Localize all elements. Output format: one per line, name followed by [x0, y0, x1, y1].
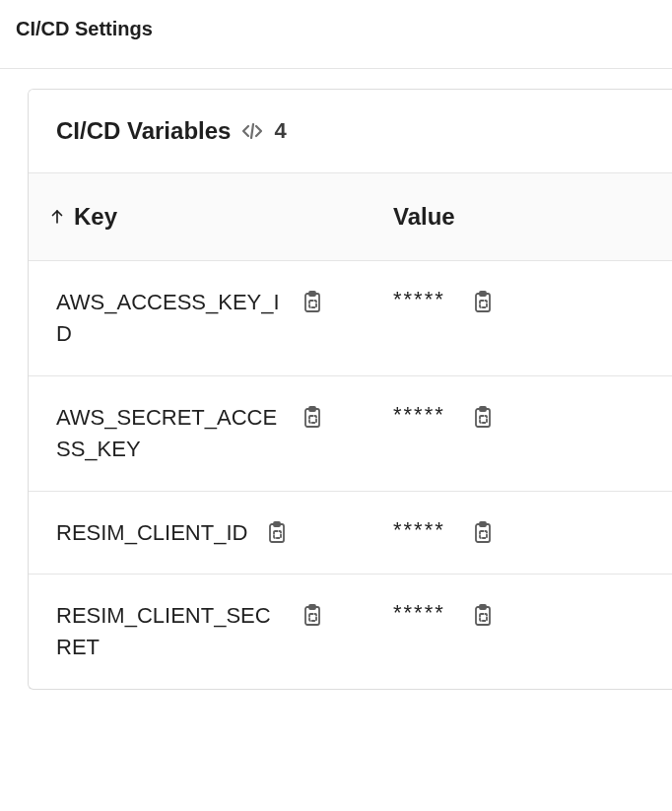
- value-column-header[interactable]: Value: [393, 203, 652, 231]
- key-text: RESIM_CLIENT_SECRET: [56, 600, 283, 663]
- key-cell: RESIM_CLIENT_ID: [56, 517, 393, 549]
- value-text: *****: [393, 600, 445, 626]
- clipboard-icon: [471, 289, 495, 314]
- copy-key-button[interactable]: [263, 517, 291, 547]
- copy-value-button[interactable]: [469, 600, 497, 630]
- value-cell: *****: [393, 600, 652, 663]
- clipboard-icon: [471, 519, 495, 545]
- value-header-label: Value: [393, 203, 455, 230]
- table-row: AWS_SECRET_ACCESS_KEY*****: [29, 376, 672, 492]
- value-cell: *****: [393, 402, 652, 465]
- value-text: *****: [393, 287, 445, 312]
- clipboard-icon: [301, 602, 324, 628]
- sort-ascending-icon: [48, 208, 66, 226]
- key-text: RESIM_CLIENT_ID: [56, 517, 247, 549]
- page-title: CI/CD Settings: [0, 0, 672, 68]
- panel-header: CI/CD Variables 4: [29, 90, 672, 173]
- key-cell: RESIM_CLIENT_SECRET: [56, 600, 393, 663]
- value-cell: *****: [393, 287, 652, 350]
- key-cell: AWS_ACCESS_KEY_ID: [56, 287, 393, 350]
- copy-value-button[interactable]: [469, 287, 497, 316]
- copy-value-button[interactable]: [469, 517, 497, 547]
- key-column-header[interactable]: Key: [48, 203, 393, 231]
- key-header-label: Key: [74, 203, 117, 231]
- copy-key-button[interactable]: [299, 402, 326, 432]
- key-text: AWS_ACCESS_KEY_ID: [56, 287, 283, 350]
- clipboard-icon: [301, 404, 324, 430]
- copy-value-button[interactable]: [469, 402, 497, 432]
- table-header-row: Key Value: [29, 173, 672, 261]
- copy-key-button[interactable]: [299, 287, 326, 316]
- value-text: *****: [393, 517, 445, 543]
- table-row: RESIM_CLIENT_ID*****: [29, 492, 672, 575]
- code-icon: [240, 119, 264, 143]
- clipboard-icon: [471, 602, 495, 628]
- clipboard-icon: [471, 404, 495, 430]
- clipboard-icon: [265, 519, 289, 545]
- table-row: AWS_ACCESS_KEY_ID*****: [29, 261, 672, 376]
- divider: [0, 68, 672, 69]
- key-text: AWS_SECRET_ACCESS_KEY: [56, 402, 283, 465]
- value-cell: *****: [393, 517, 652, 549]
- clipboard-icon: [301, 289, 324, 314]
- value-text: *****: [393, 402, 445, 428]
- copy-key-button[interactable]: [299, 600, 326, 630]
- variables-panel: CI/CD Variables 4 Key Value AWS_ACCESS_K…: [28, 89, 672, 690]
- panel-title: CI/CD Variables: [56, 117, 231, 145]
- variables-count: 4: [274, 118, 286, 144]
- table-row: RESIM_CLIENT_SECRET*****: [29, 574, 672, 689]
- key-cell: AWS_SECRET_ACCESS_KEY: [56, 402, 393, 465]
